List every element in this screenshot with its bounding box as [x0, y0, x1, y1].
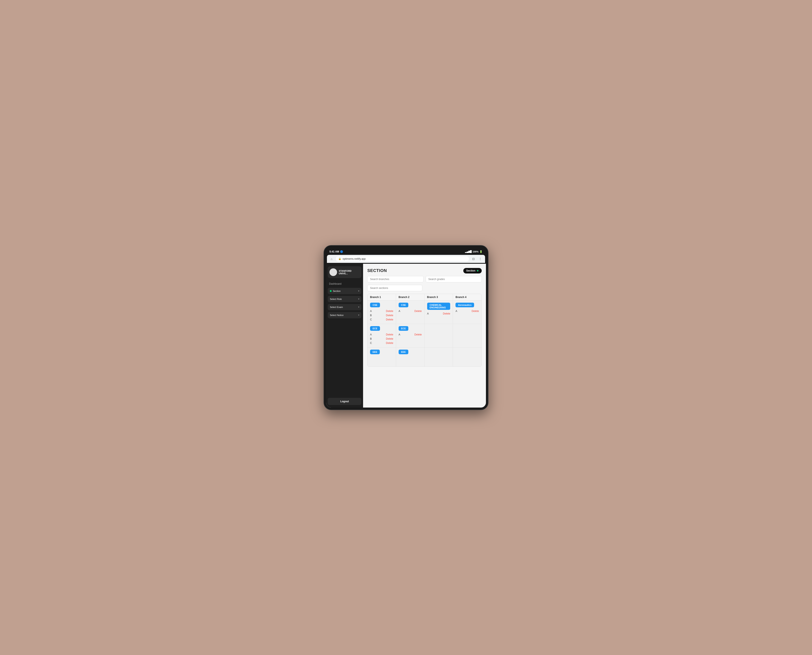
section-btn-dot-icon [477, 270, 479, 272]
signal-strength-icon: ▂▄▆█ [465, 250, 472, 253]
browser-actions: ⊡ ⋮ [471, 256, 483, 261]
cell-3-3 [425, 347, 453, 366]
section-row-b: B Delete [370, 337, 393, 341]
grid-row-1: CSE A Delete B Delete C Delet [367, 301, 482, 324]
delete-button[interactable]: Delete [386, 341, 393, 344]
subject-tag-eee-1: EEE [370, 350, 380, 354]
status-bar: 5:41 AM 🔵 ▂▄▆█ 100% 🔋 [326, 249, 486, 255]
chevron-down-icon: ▾ [358, 290, 359, 292]
search-row-top [367, 276, 482, 282]
delete-button[interactable]: Delete [471, 310, 479, 312]
subject-tag-ece-2: ECE [399, 326, 408, 331]
subject-tag-cse-1: CSE [370, 303, 380, 307]
avatar [330, 268, 337, 276]
sidebar-item-select-notice[interactable]: Select Notice ▾ [328, 312, 361, 318]
subject-tag-chemical: CHEMICAL ENGINEERING [427, 303, 450, 310]
browser-bar: ⌂ 🔒 optimems.netlify.app ⊡ ⋮ [327, 255, 485, 263]
cell-1-4: Aeronautics A Delete [453, 301, 482, 324]
delete-button[interactable]: Delete [386, 318, 393, 321]
section-row-a: A Delete [370, 332, 393, 337]
device-frame: 5:41 AM 🔵 ▂▄▆█ 100% 🔋 ⌂ 🔒 optimems.netli… [324, 245, 488, 410]
url-text: optimems.netlify.app [342, 257, 365, 260]
section-letter: A [427, 312, 429, 315]
sidebar-item-section[interactable]: Section ▾ [328, 288, 361, 294]
branches-grid: Branch 1 Branch 2 Branch 3 Branch 4 CSE … [367, 294, 482, 367]
branch-header-1: Branch 1 [367, 294, 396, 300]
status-left: 5:41 AM 🔵 [330, 250, 343, 253]
select-exam-label: Select Exam [330, 306, 343, 308]
sidebar-item-dashboard[interactable]: Dashboard [328, 281, 361, 286]
page-title: SECTION [367, 268, 387, 273]
url-bar[interactable]: 🔒 optimems.netlify.app [336, 256, 469, 261]
grid-row-2: ECE A Delete B Delete C Delet [367, 324, 482, 347]
branch-header-2: Branch 2 [396, 294, 425, 300]
delete-button[interactable]: Delete [386, 333, 393, 336]
branch-header-3: Branch 3 [425, 294, 453, 300]
section-row-a: A Delete [427, 312, 450, 316]
status-right: ▂▄▆█ 100% 🔋 [465, 250, 482, 253]
section-letter: A [399, 310, 400, 312]
logout-button[interactable]: Logout [328, 398, 361, 405]
cell-2-4 [453, 324, 482, 347]
grid-header-row: Branch 1 Branch 2 Branch 3 Branch 4 [367, 294, 482, 301]
delete-button[interactable]: Delete [386, 314, 393, 317]
menu-button[interactable]: ⋮ [477, 256, 483, 261]
section-row-a: A Delete [370, 309, 393, 313]
section-button-label: Section [466, 269, 475, 272]
cell-1-3: CHEMICAL ENGINEERING A Delete [425, 301, 453, 324]
delete-button[interactable]: Delete [386, 337, 393, 340]
sidebar: STANFORD UNIVE... Dashboard Section ▾ Se… [326, 264, 363, 407]
chevron-down-icon: ▾ [358, 306, 359, 308]
signal-icon: 🔵 [340, 250, 343, 253]
cell-3-2: EEE [396, 347, 425, 366]
cell-2-1: ECE A Delete B Delete C Delet [367, 324, 396, 347]
search-row-bottom [367, 285, 482, 291]
section-row-a: A Delete [399, 332, 422, 337]
battery-display: 100% [473, 251, 479, 253]
search-grades-input[interactable] [426, 276, 482, 282]
select-role-label: Select Role [330, 298, 342, 300]
delete-button[interactable]: Delete [414, 333, 422, 336]
section-letter: A [456, 310, 457, 312]
section-row-a: A Delete [456, 309, 479, 313]
section-label: Section [333, 290, 341, 292]
search-branches-input[interactable] [367, 276, 424, 282]
main-content: SECTION Section Branch 1 Bra [363, 264, 486, 407]
cell-1-1: CSE A Delete B Delete C Delet [367, 301, 396, 324]
sidebar-item-select-exam[interactable]: Select Exam ▾ [328, 304, 361, 310]
cell-2-3 [425, 324, 453, 347]
select-notice-label: Select Notice [330, 314, 344, 317]
chevron-down-icon: ▾ [358, 314, 359, 316]
cell-3-1: EEE [367, 347, 396, 366]
delete-button[interactable]: Delete [386, 310, 393, 312]
subject-tag-eee-2: EEE [399, 350, 408, 354]
section-row-c: C Delete [370, 341, 393, 345]
cell-2-2: ECE A Delete [396, 324, 425, 347]
search-sections-input[interactable] [367, 285, 422, 291]
grid-row-3: EEE EEE [367, 347, 482, 366]
section-row-c: C Delete [370, 317, 393, 322]
section-letter: C [370, 318, 372, 321]
section-letter: B [370, 314, 372, 317]
chevron-down-icon: ▾ [358, 298, 359, 300]
sidebar-item-select-role[interactable]: Select Role ▾ [328, 296, 361, 302]
section-row-b: B Delete [370, 313, 393, 317]
delete-button[interactable]: Delete [414, 310, 422, 312]
org-name: STANFORD UNIVE... [339, 270, 360, 275]
add-section-button[interactable]: Section [463, 268, 482, 274]
sidebar-org: STANFORD UNIVE... [328, 266, 361, 278]
section-letter: A [399, 333, 400, 336]
tab-button[interactable]: ⊡ [471, 256, 476, 261]
app-frame: STANFORD UNIVE... Dashboard Section ▾ Se… [326, 264, 486, 407]
section-row-a: A Delete [399, 309, 422, 313]
subject-tag-cse-2: CSE [399, 303, 408, 307]
home-button[interactable]: ⌂ [329, 256, 334, 261]
cell-3-4 [453, 347, 482, 366]
battery-icon: 🔋 [479, 250, 482, 253]
sidebar-footer: Logout [328, 398, 361, 405]
branch-header-4: Branch 4 [453, 294, 482, 300]
section-letter: B [370, 337, 372, 340]
delete-button[interactable]: Delete [443, 312, 450, 315]
section-letter: A [370, 310, 372, 312]
time-display: 5:41 AM [330, 250, 339, 253]
